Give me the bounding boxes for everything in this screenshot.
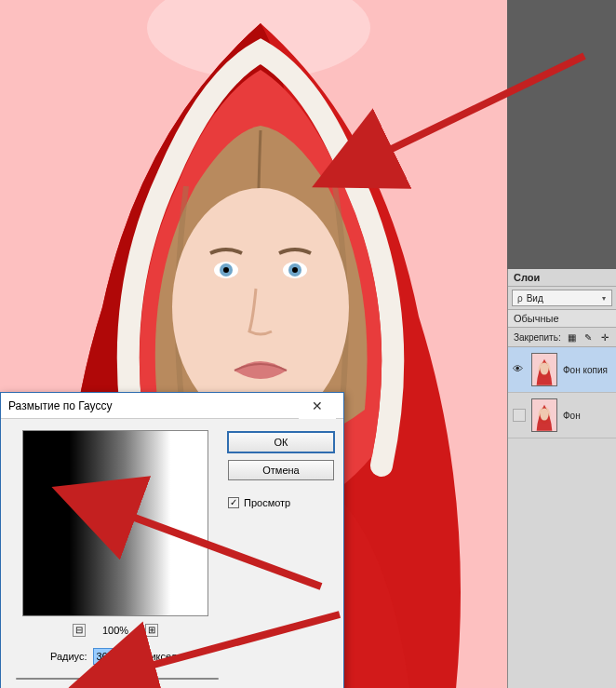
svg-point-8 [292,267,298,273]
svg-point-7 [223,267,229,273]
layer-thumbnail [531,398,557,432]
zoom-in-button[interactable]: ⊞ [145,624,158,637]
zoom-out-button[interactable]: ⊟ [73,624,86,637]
radius-input[interactable] [93,648,138,665]
preview-checkbox[interactable]: ✓ [228,497,239,508]
lock-brush-icon[interactable]: ✎ [583,331,594,344]
svg-point-14 [540,409,548,421]
close-button[interactable]: ✕ [299,393,336,419]
blend-mode-dropdown[interactable]: Обычные [508,310,616,328]
preview-checkbox-label: Просмотр [244,497,290,508]
visibility-eye-icon-off[interactable] [513,409,526,422]
radius-unit: Пикселы [143,651,185,662]
slider-track [16,678,219,680]
lock-label: Закрепить: [514,332,561,343]
dialog-title: Размытие по Гауссу [8,399,112,412]
blur-preview[interactable] [22,430,208,616]
layers-tab[interactable]: Слои [508,269,616,287]
layer-thumbnail [531,353,557,386]
cancel-button[interactable]: Отмена [228,460,334,480]
lock-pixels-icon[interactable]: ▦ [567,331,578,344]
preview-checkbox-row[interactable]: ✓ Просмотр [228,497,334,508]
zoom-level: 100% [102,625,128,636]
layer-item[interactable]: 👁 Фон копия [508,347,616,393]
lock-row: Закрепить: ▦ ✎ ✛ [508,328,616,347]
layer-filter-row: ρ Вид ▾ [508,287,616,310]
zoom-controls: ⊟ 100% ⊞ [73,624,158,637]
workspace-grey-area [507,0,616,269]
radius-row: Радиус: Пикселы [50,648,184,665]
layer-filter-dropdown[interactable]: ρ Вид ▾ [512,290,612,306]
gaussian-blur-dialog: Размытие по Гауссу ✕ ⊟ 100% ⊞ Радиус: Пи… [0,392,344,688]
layer-item[interactable]: Фон [508,393,616,438]
layer-name: Фон [563,411,581,421]
chevron-down-icon: ▾ [602,294,606,303]
layers-panel: Слои ρ Вид ▾ Обычные Закрепить: ▦ ✎ ✛ 👁 … [507,269,616,688]
radius-slider[interactable] [16,672,219,685]
svg-point-11 [540,363,548,375]
svg-point-2 [172,188,349,426]
lock-move-icon[interactable]: ✛ [599,331,610,344]
layer-name: Фон копия [563,365,608,375]
slider-thumb[interactable] [126,674,135,685]
visibility-eye-icon[interactable]: 👁 [513,363,526,376]
dialog-titlebar[interactable]: Размытие по Гауссу ✕ [1,393,343,419]
ok-button[interactable]: ОК [228,432,334,452]
search-icon: ρ [517,293,523,304]
radius-label: Радиус: [50,651,87,662]
filter-label: Вид [527,293,543,304]
